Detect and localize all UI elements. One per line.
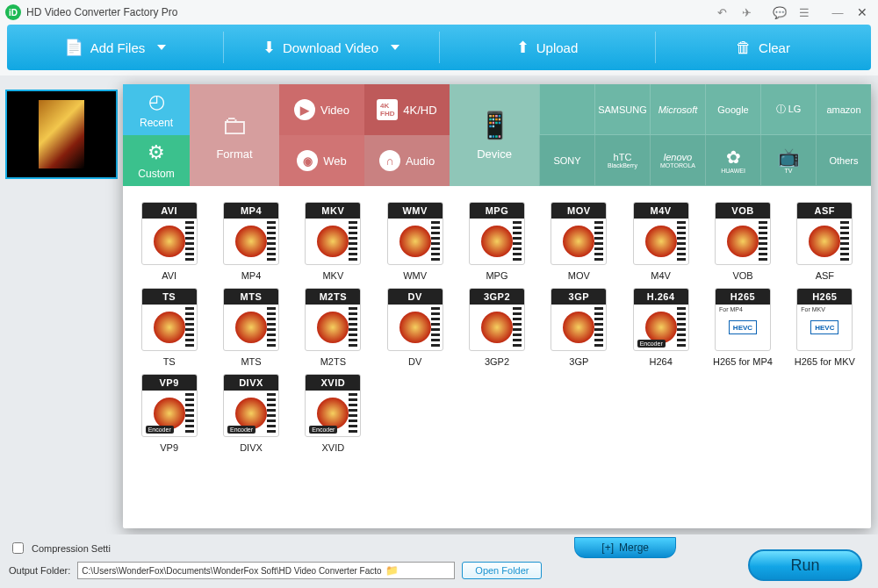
format-tag: M2TS	[306, 289, 360, 305]
format-tag: H265	[797, 289, 852, 305]
format-icon: MOV	[551, 202, 607, 265]
format-tag: VOB	[716, 203, 770, 219]
brand-google[interactable]: Google	[705, 84, 760, 135]
format-mts[interactable]: MTSMTS	[213, 288, 288, 367]
clock-icon: ◴	[148, 90, 165, 113]
brand-samsung[interactable]: SAMSUNG	[594, 84, 650, 135]
huawei-icon: ✿	[726, 147, 741, 167]
format-tag: DV	[388, 289, 443, 305]
format-mp4[interactable]: MP4MP4	[213, 202, 288, 281]
format-3gp[interactable]: 3GP3GP	[542, 288, 616, 367]
upload-button[interactable]: ⬆ Upload	[439, 25, 655, 70]
output-folder-label: Output Folder:	[9, 565, 70, 576]
format-label: AVI	[162, 270, 176, 281]
format-m4v[interactable]: M4VM4V	[623, 202, 698, 281]
brand-htc[interactable]: hTCBlackBerry	[594, 135, 650, 186]
format-label: MTS	[241, 356, 261, 367]
format-3gp2[interactable]: 3GP23GP2	[459, 288, 534, 367]
tab-format[interactable]: 🗀 Format	[190, 84, 279, 186]
compression-checkbox[interactable]	[12, 542, 24, 554]
open-folder-button[interactable]: Open Folder	[462, 562, 542, 579]
format-icon: H265HEVCFor MP4	[715, 288, 771, 351]
close-button[interactable]: ✕	[852, 4, 873, 21]
tab-video[interactable]: ▶Video	[279, 84, 364, 135]
web-label: Web	[323, 154, 347, 168]
format-h265-for-mp4[interactable]: H265HEVCFor MP4H265 for MP4	[705, 288, 780, 367]
pin-icon[interactable]: ✈	[736, 4, 757, 21]
upload-label: Upload	[536, 40, 579, 55]
format-asf[interactable]: ASFASF	[788, 202, 862, 281]
trash-icon: 🗑	[736, 39, 752, 57]
format-mov[interactable]: MOVMOV	[542, 202, 616, 281]
format-mpg[interactable]: MPGMPG	[459, 202, 534, 281]
format-ts[interactable]: TSTS	[132, 288, 206, 367]
format-art	[388, 305, 443, 350]
format-icon: MP4	[223, 202, 279, 265]
format-label: MP4	[241, 270, 262, 281]
format-icon: 3GP	[551, 288, 607, 351]
tab-device[interactable]: 📱 Device	[450, 84, 539, 186]
format-wmv[interactable]: WMVWMV	[378, 202, 452, 281]
tab-4k-hd[interactable]: 4KFHD4K/HD	[364, 84, 450, 135]
footer-bar: Compression Setti Output Folder: C:\User…	[0, 534, 878, 588]
gear-icon: ⚙	[148, 141, 165, 164]
format-h265-for-mkv[interactable]: H265HEVCFor MKVH265 for MKV	[788, 288, 862, 367]
queue-thumbnail[interactable]	[5, 90, 118, 179]
run-button[interactable]: Run	[748, 549, 862, 581]
format-h264[interactable]: H.264EncoderH264	[623, 288, 698, 367]
globe-icon: ◉	[297, 150, 318, 171]
add-file-icon: 📄	[64, 38, 83, 57]
format-dv[interactable]: DVDV	[378, 288, 452, 367]
folder-browse-icon[interactable]: 📁	[385, 564, 399, 577]
format-divx[interactable]: DIVXEncoderDIVX	[213, 374, 288, 453]
format-avi[interactable]: AVIAVI	[132, 202, 206, 281]
merge-button[interactable]: [+] Merge	[574, 537, 676, 558]
device-icon: 📱	[479, 110, 511, 140]
tab-audio[interactable]: ∩Audio	[364, 135, 450, 186]
add-files-button[interactable]: 📄 Add Files	[7, 25, 223, 70]
format-icon: DIVXEncoder	[223, 374, 279, 437]
video-label: Video	[320, 104, 349, 117]
upload-icon: ⬆	[516, 38, 529, 57]
format-art	[142, 305, 197, 350]
format-art: Encoder	[142, 391, 197, 436]
brand-sony[interactable]: SONY	[539, 135, 594, 186]
format-art: HEVCFor MP4	[716, 305, 770, 350]
brand-others[interactable]: Others	[816, 135, 871, 186]
title-bar: iD HD Video Converter Factory Pro ↶ ✈ 💬 …	[0, 0, 878, 25]
tab-custom[interactable]: ⚙ Custom	[123, 135, 190, 186]
device-label: Device	[477, 147, 512, 161]
queue-sidebar	[0, 84, 123, 184]
menu-icon[interactable]: ☰	[794, 4, 815, 21]
brand-microsoft[interactable]: Microsoft	[650, 84, 705, 135]
format-icon: 3GP2	[469, 288, 525, 351]
feedback-icon[interactable]: 💬	[769, 4, 790, 21]
format-vob[interactable]: VOBVOB	[705, 202, 780, 281]
brand-apple[interactable]	[539, 84, 594, 135]
format-label: ASF	[816, 270, 834, 281]
undo-icon[interactable]: ↶	[711, 4, 732, 21]
download-video-button[interactable]: ⬇ Download Video	[223, 25, 439, 70]
tab-recent[interactable]: ◴ Recent	[123, 84, 190, 135]
brand-huawei[interactable]: ✿HUAWEI	[705, 135, 760, 186]
format-tag: MOV	[551, 203, 606, 219]
brand-amazon[interactable]: amazon	[816, 84, 871, 135]
format-vp9[interactable]: VP9EncoderVP9	[132, 374, 206, 453]
clear-button[interactable]: 🗑 Clear	[655, 25, 871, 70]
brand-lenovo[interactable]: lenovoMOTOROLA	[650, 135, 705, 186]
format-icon: M4V	[633, 202, 689, 265]
format-icon: AVI	[141, 202, 198, 265]
tab-web[interactable]: ◉Web	[279, 135, 364, 186]
format-label: MOV	[568, 270, 590, 281]
format-icon: MKV	[305, 202, 361, 265]
format-mkv[interactable]: MKVMKV	[296, 202, 371, 281]
format-art	[388, 219, 443, 264]
app-logo-icon: iD	[5, 4, 21, 20]
brand-tv[interactable]: 📺TV	[760, 135, 816, 186]
minimize-button[interactable]: —	[827, 4, 848, 21]
format-icon: MTS	[223, 288, 279, 351]
format-xvid[interactable]: XVIDEncoderXVID	[296, 374, 371, 453]
format-m2ts[interactable]: M2TSM2TS	[296, 288, 371, 367]
brand-lg[interactable]: ⓛ LG	[760, 84, 816, 135]
output-path-field[interactable]: C:\Users\WonderFox\Documents\WonderFox S…	[77, 562, 455, 579]
